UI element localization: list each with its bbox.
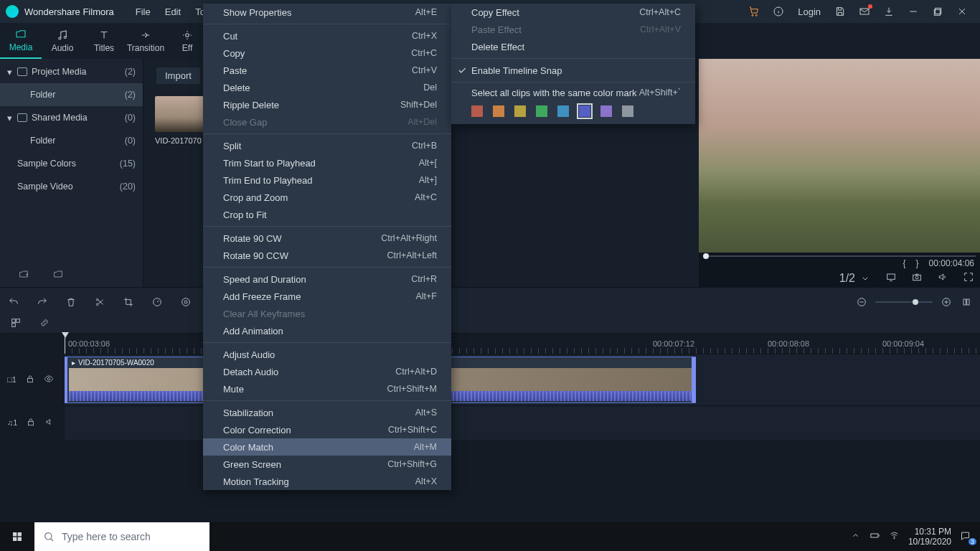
import-tab[interactable]: Import [156, 67, 200, 84]
ctx-item-crop-and-zoom[interactable]: Crop and ZoomAlt+C [203, 189, 451, 206]
color-swatch-5[interactable] [579, 105, 590, 117]
zoom-fit-icon[interactable] [960, 296, 973, 309]
ctx2-enable-snap[interactable]: Enable Timeline Snap [451, 62, 695, 79]
color-icon[interactable] [179, 296, 192, 309]
detach-preview-icon[interactable] [885, 271, 897, 286]
sidebar-item-5[interactable]: Sample Video(20) [0, 175, 143, 198]
ctx-item-color-correction[interactable]: Color CorrectionCtrl+Shift+C [203, 421, 451, 438]
ctx-item-color-match[interactable]: Color MatchAlt+M [203, 438, 451, 456]
ctx-item-trim-end-to-playhead[interactable]: Trim End to PlayheadAlt+] [203, 171, 451, 189]
timeline-ruler[interactable]: 00:00:03:08 00:00:07:12 00:00:08:08 00:0… [0, 334, 980, 354]
undo-icon[interactable] [7, 296, 20, 309]
ctx-item-green-screen[interactable]: Green ScreenCtrl+Shift+G [203, 456, 451, 473]
close-icon[interactable] [950, 0, 974, 23]
fullscreen-icon[interactable] [963, 271, 974, 286]
ctx-item-add-freeze-frame[interactable]: Add Freeze FrameAlt+F [203, 288, 451, 305]
ctx-item-cut[interactable]: CutCtrl+X [203, 27, 451, 44]
taskbar-search[interactable]: Type here to search [34, 522, 209, 551]
ctx-item-stabilization[interactable]: StabilizationAlt+S [203, 404, 451, 421]
track-manager-icon[interactable] [10, 317, 22, 331]
ctx2-item-delete-effect[interactable]: Delete Effect [451, 38, 695, 55]
sidebar-item-2[interactable]: ▾Shared Media(0) [0, 106, 143, 129]
ctx-item-label: Cut [223, 31, 237, 42]
ctx-item-add-animation[interactable]: Add Animation [203, 322, 451, 339]
wifi-icon[interactable] [889, 530, 900, 543]
start-button[interactable] [0, 522, 34, 551]
save-icon[interactable] [828, 0, 852, 23]
audio-lock-icon[interactable] [26, 417, 36, 428]
ctx-item-show-properties[interactable]: Show PropertiesAlt+E [203, 4, 451, 21]
sidebar-item-3[interactable]: Folder(0) [0, 129, 143, 152]
media-thumbnail[interactable]: VID-2017070 [155, 96, 205, 145]
ctx-item-rotate-90-ccw[interactable]: Rotate 90 CCWCtrl+Alt+Left [203, 247, 451, 264]
ctx-item-shortcut: Alt+F [415, 291, 437, 301]
ctx-item-mute[interactable]: MuteCtrl+Shift+M [203, 380, 451, 397]
mute-icon[interactable] [44, 417, 55, 428]
ctx-item-speed-and-duration[interactable]: Speed and DurationCtrl+R [203, 270, 451, 288]
ctx-item-copy[interactable]: CopyCtrl+C [203, 44, 451, 62]
login-button[interactable]: Login [791, 6, 828, 17]
playhead[interactable] [65, 334, 65, 354]
mark-out-button[interactable]: } [916, 258, 919, 268]
delete-icon[interactable] [65, 296, 77, 309]
sidebar-item-1[interactable]: Folder(2) [0, 83, 143, 106]
mail-icon[interactable] [852, 0, 877, 23]
new-folder-icon[interactable] [17, 268, 30, 283]
visibility-icon[interactable] [44, 374, 54, 385]
mark-in-button[interactable]: { [903, 258, 906, 268]
ctx-item-paste[interactable]: PasteCtrl+V [203, 62, 451, 79]
ctx-item-motion-tracking[interactable]: Motion TrackingAlt+X [203, 473, 451, 490]
color-swatch-4[interactable] [557, 105, 569, 117]
menu-file[interactable]: File [128, 6, 158, 17]
color-swatch-6[interactable] [600, 105, 612, 117]
taskbar-clock[interactable]: 10:31 PM 10/19/2020 [908, 527, 951, 547]
ctx-item-rotate-90-cw[interactable]: Rotate 90 CWCtrl+Alt+Right [203, 230, 451, 247]
ctx-item-trim-start-to-playhead[interactable]: Trim Start to PlayheadAlt+[ [203, 154, 451, 171]
ctx-item-ripple-delete[interactable]: Ripple DeleteShift+Del [203, 96, 451, 113]
zoom-in-icon[interactable] [940, 296, 953, 309]
sidebar-item-4[interactable]: Sample Colors(15) [0, 152, 143, 175]
crop-icon[interactable] [122, 296, 135, 309]
ctx-item-shortcut: Alt+M [414, 442, 437, 452]
color-swatch-3[interactable] [536, 105, 547, 117]
snapshot-icon[interactable] [911, 271, 923, 286]
timeline: 00:00:03:08 00:00:07:12 00:00:08:08 00:0… [0, 333, 980, 540]
link-icon[interactable] [39, 317, 50, 331]
color-swatch-1[interactable] [493, 105, 504, 117]
tab-transition[interactable]: Transition [125, 23, 166, 59]
cart-icon[interactable] [742, 0, 766, 23]
sidebar-item-0[interactable]: ▾Project Media(2) [0, 60, 143, 83]
ctx-item-split[interactable]: SplitCtrl+B [203, 137, 451, 154]
split-icon[interactable] [93, 296, 106, 309]
redo-icon[interactable] [36, 296, 49, 309]
clip-selection-edge[interactable] [692, 357, 696, 402]
folder-icon[interactable] [52, 268, 65, 283]
zoom-out-icon[interactable] [855, 296, 868, 309]
maximize-icon[interactable] [925, 0, 950, 23]
info-icon[interactable] [766, 0, 791, 23]
ctx-item-crop-to-fit[interactable]: Crop to Fit [203, 206, 451, 223]
menu-edit[interactable]: Edit [158, 6, 188, 17]
tray-chevron-icon[interactable] [850, 530, 861, 543]
tab-effects[interactable]: Eff [166, 23, 208, 59]
lock-icon[interactable] [25, 374, 35, 385]
preview-quality[interactable]: 1/2 [839, 272, 871, 285]
color-swatch-2[interactable] [514, 105, 526, 117]
color-swatch-0[interactable] [471, 105, 483, 117]
notifications-icon[interactable]: 3 [960, 530, 974, 543]
preview-volume-icon[interactable] [937, 271, 948, 286]
download-icon[interactable] [877, 0, 901, 23]
zoom-slider[interactable] [875, 301, 933, 303]
tab-media[interactable]: Media [0, 23, 42, 59]
battery-icon[interactable] [870, 530, 880, 543]
ctx-item-delete[interactable]: DeleteDel [203, 79, 451, 96]
tab-titles[interactable]: Titles [83, 23, 125, 59]
ctx2-item-copy-effect[interactable]: Copy EffectCtrl+Alt+C [451, 4, 695, 21]
tab-audio[interactable]: Audio [42, 23, 83, 59]
color-swatch-7[interactable] [622, 105, 633, 117]
ctx-item-detach-audio[interactable]: Detach AudioCtrl+Alt+D [203, 363, 451, 380]
svg-point-1 [756, 14, 758, 16]
minimize-icon[interactable] [901, 0, 925, 23]
ctx-item-adjust-audio[interactable]: Adjust Audio [203, 346, 451, 363]
speed-icon[interactable] [151, 296, 164, 309]
